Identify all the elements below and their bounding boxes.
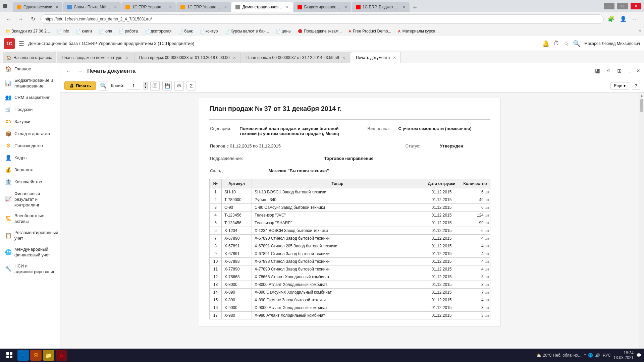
tab-close-erp1[interactable]: ×: [169, 4, 172, 10]
start-button[interactable]: [3, 350, 16, 361]
save-file-button[interactable]: 💾: [162, 81, 172, 90]
sidebar-item-crm[interactable]: 👥 CRM и маркетинг: [0, 92, 60, 104]
bookmark-info[interactable]: 📄info: [54, 28, 72, 34]
tab-plans-list[interactable]: Планы продаж по номенклатуре ×: [57, 52, 133, 63]
tab-plan-38[interactable]: План продаж 00-00000038 от 01.10.2018 0:…: [134, 52, 241, 63]
print-button[interactable]: 🖨 Печать: [64, 81, 96, 90]
bookmarks-more[interactable]: »: [639, 29, 641, 34]
history-icon[interactable]: ⏱: [553, 40, 559, 47]
sidebar-item-salary[interactable]: 💰 Зарплата: [0, 164, 60, 176]
tab-plan38-close[interactable]: ×: [233, 55, 235, 60]
tab-plan37-close[interactable]: ×: [342, 55, 345, 60]
sidebar-item-hr[interactable]: 👤 Кадры: [0, 152, 60, 164]
magnify-button[interactable]: 🔍: [99, 81, 108, 90]
favorites-icon[interactable]: ☆: [564, 40, 569, 47]
tab-close-yt1[interactable]: ×: [344, 4, 347, 10]
tab-print-close[interactable]: ×: [393, 55, 396, 60]
extensions-button[interactable]: 🧩: [606, 14, 616, 24]
copies-spinner[interactable]: ▲ ▼: [143, 82, 148, 89]
refresh-button[interactable]: ↻: [28, 14, 38, 24]
more-doc-icon[interactable]: ⋮: [626, 67, 634, 75]
bookmark-kontur[interactable]: 📄контур: [197, 28, 221, 34]
bookmark-exams[interactable]: Прошедшие экзам...: [296, 28, 344, 34]
maximize-button[interactable]: □: [617, 3, 628, 9]
doc-scrollbar[interactable]: ▲: [639, 93, 644, 362]
more-button[interactable]: Еще ▾: [610, 82, 629, 89]
forward-button[interactable]: →: [16, 14, 25, 24]
spin-up-button[interactable]: ▲: [143, 82, 148, 86]
page-settings-button[interactable]: [150, 81, 160, 90]
sidebar-item-assets[interactable]: 🏗 Внеоборотные активы: [0, 210, 60, 227]
minimize-button[interactable]: —: [604, 3, 614, 9]
bookmark-vkladki[interactable]: 📁Вкладки из 27 06 2...: [3, 28, 53, 34]
tab-mail[interactable]: Спам - Почта Mail.ru ×: [63, 2, 121, 12]
taskbar-acrobat[interactable]: A: [56, 350, 67, 361]
tab-home[interactable]: 🏠 Начальная страница: [3, 52, 56, 63]
bookmark-yulya[interactable]: 📄юля: [96, 28, 115, 34]
taskbar-edge[interactable]: [17, 350, 29, 361]
bookmark-doktorskaya[interactable]: 📄докторская: [142, 28, 174, 34]
bookmark-tseny[interactable]: 📄цены: [273, 28, 294, 34]
sidebar-item-regulated[interactable]: 📋 Регламентированный учет: [0, 227, 60, 244]
sidebar-item-finance[interactable]: 📈 Финансовый результат и контроллинг: [0, 188, 60, 211]
tab-demo[interactable]: Демонстрационная б... ×: [231, 2, 292, 12]
doc-forward-button[interactable]: →: [76, 67, 85, 75]
search-icon[interactable]: 🔍: [573, 40, 580, 47]
tab-erp2[interactable]: 1С:ERP Управление п... ×: [176, 2, 231, 12]
bookmark-kursy[interactable]: 📄Курсы валют в бан...: [222, 28, 272, 34]
tab-close-demo[interactable]: ×: [286, 4, 288, 10]
tab-close-mail[interactable]: ×: [114, 4, 117, 10]
bookmark-materialy[interactable]: AМатериалы курса...: [395, 28, 441, 34]
bookmark-freedemo[interactable]: AFree Product Demo...: [346, 28, 394, 34]
bookmark-rabota[interactable]: 📄работа: [116, 28, 141, 34]
sidebar-item-admin[interactable]: 🔧 НСИ и администрирование: [0, 261, 60, 278]
network-icon[interactable]: 🌐: [588, 353, 593, 358]
tab-close-erp2[interactable]: ×: [224, 4, 227, 10]
taskbar-files[interactable]: 📁: [43, 350, 54, 361]
doc-back-button[interactable]: ←: [64, 67, 73, 75]
tab-odnoklassniki[interactable]: Одноклассники ×: [13, 2, 62, 12]
help-button[interactable]: ?: [632, 82, 640, 90]
sum-button[interactable]: Σ: [186, 81, 196, 90]
tab-yt2[interactable]: 1С ERP, Бюджетиров... ×: [352, 2, 410, 12]
tab-plans-close[interactable]: ×: [126, 55, 128, 60]
close-doc-button[interactable]: ×: [636, 67, 640, 74]
sidebar-item-sales[interactable]: 🛒 Продажи: [0, 104, 60, 116]
sidebar-item-warehouse[interactable]: 📦 Склад и доставка: [0, 128, 60, 140]
new-tab-button[interactable]: +: [410, 3, 420, 12]
copies-input[interactable]: [127, 82, 140, 90]
sidebar-item-purchases[interactable]: 🛍 Закупки: [0, 116, 60, 128]
settings-button[interactable]: ⋯: [631, 14, 640, 24]
hamburger-button[interactable]: ☰: [19, 40, 24, 47]
address-bar[interactable]: [40, 14, 604, 24]
sidebar-item-budget[interactable]: 📊 Бюджетирование и планирование: [0, 75, 60, 92]
bookmark-bank[interactable]: 📄банк: [175, 28, 195, 34]
chevron-tray-icon[interactable]: ^: [584, 353, 586, 358]
save-icon[interactable]: [593, 67, 602, 75]
lang-indicator[interactable]: РУС: [603, 353, 611, 358]
volume-icon[interactable]: 🔊: [595, 353, 600, 358]
preview-icon[interactable]: ⊞: [615, 67, 624, 75]
sidebar-item-international[interactable]: 🌐 Международный финансовый учет: [0, 244, 60, 261]
profile-button[interactable]: 👤: [619, 14, 628, 24]
spin-down-button[interactable]: ▼: [143, 86, 148, 89]
email-button[interactable]: ✉: [174, 81, 184, 90]
scroll-thumb[interactable]: [640, 99, 643, 112]
print-icon[interactable]: 🖨: [604, 67, 613, 75]
tab-plan-37[interactable]: План продаж 00-00000037 от 31.12.2014 23…: [241, 52, 350, 63]
sidebar-item-production[interactable]: ⚙ Производство: [0, 140, 60, 152]
tab-erp1[interactable]: 1С:ERP Управление п... ×: [121, 2, 176, 12]
bookmark-knigi[interactable]: 📄книги: [73, 28, 95, 34]
scroll-up-arrow[interactable]: ▲: [640, 94, 643, 98]
taskbar-yandex[interactable]: Я: [30, 350, 42, 361]
sidebar-item-treasury[interactable]: 🏦 Казначейство: [0, 176, 60, 188]
notification-icon[interactable]: 🔔: [542, 40, 549, 47]
tab-close[interactable]: ×: [56, 4, 58, 10]
sidebar-item-home[interactable]: 🏠 Главное: [0, 63, 60, 75]
tab-print[interactable]: Печать документа ×: [351, 52, 401, 63]
tab-yt1[interactable]: Бюджетирование в ... ×: [293, 2, 351, 12]
notification-tray-icon[interactable]: 💬: [636, 353, 641, 358]
close-window-button[interactable]: ×: [631, 3, 641, 9]
back-button[interactable]: ←: [4, 14, 13, 24]
tab-close-yt2[interactable]: ×: [403, 4, 406, 10]
